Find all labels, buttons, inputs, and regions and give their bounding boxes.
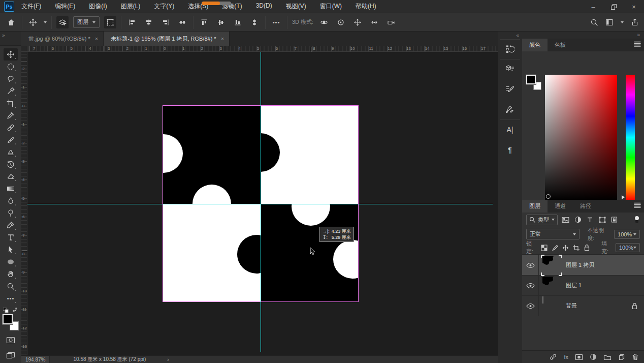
new-layer-icon[interactable] [618,353,625,360]
toolbar-collapse[interactable]: » [0,32,21,46]
link-layers-icon[interactable] [549,353,557,360]
hue-slider[interactable] [626,75,635,200]
menu-item[interactable]: 3D(D) [256,2,272,11]
tab-paths[interactable]: 路径 [573,200,598,213]
visibility-eye-icon[interactable] [522,255,539,275]
align-left-icon[interactable] [126,16,138,28]
workspace-chevron[interactable] [621,21,624,23]
properties-panel-icon[interactable] [503,63,517,76]
canvas-viewport[interactable]: 765432101234567891011121314151617 210123… [21,46,498,355]
character-panel-icon[interactable]: A| [503,123,517,136]
layer-name[interactable]: 背景 [566,302,631,310]
lock-all-icon[interactable] [584,244,591,251]
menu-item[interactable]: 编辑(E) [55,2,75,11]
screen-mode-button[interactable] [4,350,18,361]
more-align-options-icon[interactable]: ••• [270,16,282,28]
lock-transparent-pixels-icon[interactable] [540,245,548,251]
fill-dropdown[interactable]: 100% [616,243,640,252]
workspace-switcher-icon[interactable] [605,18,614,26]
paragraph-panel-icon[interactable]: ¶ [503,143,517,157]
restore-button[interactable] [603,0,624,13]
swap-colors-icon[interactable] [12,308,18,313]
brush-tool[interactable] [4,134,18,146]
layer-thumbnail[interactable] [542,296,543,304]
share-icon[interactable] [631,18,639,26]
hand-tool[interactable] [4,268,18,280]
edit-toolbar-button[interactable]: ••• [4,292,18,305]
panel-menu-icon[interactable] [634,202,641,208]
3d-slide-camera-icon[interactable] [368,16,380,28]
distribute-horizontal-icon[interactable] [176,16,188,28]
show-transform-controls-icon[interactable] [104,16,116,28]
zoom-level-field[interactable]: 194.87% [21,356,50,363]
gradient-tool[interactable] [4,183,18,195]
search-icon[interactable] [590,18,598,26]
tab-channels[interactable]: 通道 [548,200,573,213]
opacity-dropdown[interactable]: 100% [614,230,640,239]
document-tab-1[interactable]: 前.jpg @ 60%(RGB/8#) *× [21,32,104,46]
lock-artboard-icon[interactable] [573,245,580,251]
layer-name[interactable]: 图层 1 [566,282,644,289]
move-tool-icon[interactable] [27,16,39,28]
brushes-panel-icon[interactable] [503,103,517,116]
align-right-icon[interactable] [159,16,172,28]
brush-settings-panel-icon[interactable] [503,83,517,96]
blend-mode-dropdown[interactable]: 正常 [526,229,579,239]
adjustment-filter-icon[interactable] [573,216,582,223]
tab-close-icon[interactable]: × [95,36,98,42]
delete-layer-icon[interactable] [632,353,639,360]
document-info[interactable]: 10.58 厘米 x 10.58 厘米 (72 ppi) [73,356,146,363]
3d-pan-camera-icon[interactable] [351,16,364,28]
close-button[interactable]: × [624,0,644,13]
eyedropper-tool[interactable] [4,109,18,122]
minimize-button[interactable]: – [583,0,603,13]
visibility-eye-icon[interactable] [522,276,539,295]
distribute-vertical-icon[interactable] [248,16,261,28]
panel-foreground-swatch[interactable] [526,75,536,84]
ruler-origin-corner[interactable] [21,46,27,52]
type-tool[interactable] [4,231,18,244]
lock-position-icon[interactable] [562,245,569,251]
menu-item[interactable]: 文字(Y) [154,2,174,11]
auto-select-icon[interactable] [56,16,69,28]
vertical-ruler[interactable]: 21012345678910111213 [21,52,27,355]
tab-swatches[interactable]: 色板 [548,39,573,51]
menu-item[interactable]: 视图(V) [286,2,306,11]
type-filter-icon[interactable] [586,217,594,223]
add-layer-mask-icon[interactable] [575,354,583,360]
panels-collapse[interactable]: » [637,32,640,38]
lock-image-pixels-icon[interactable] [551,245,558,251]
lasso-tool[interactable] [4,73,18,85]
align-middle-vertical-icon[interactable] [215,16,227,28]
dock-expand[interactable]: « [498,32,522,39]
path-selection-tool[interactable] [4,244,18,256]
spot-healing-brush-tool[interactable] [4,122,18,134]
default-colors-icon[interactable] [3,308,9,313]
tab-layers[interactable]: 图层 [522,200,548,213]
3d-roll-camera-icon[interactable] [335,16,347,28]
home-icon[interactable] [5,16,17,28]
document-tab-2-active[interactable]: 未标题-1 @ 195% (图层 1 拷贝, RGB/8#) *× [104,32,230,46]
dodge-tool[interactable] [4,207,18,219]
horizontal-ruler[interactable]: 765432101234567891011121314151617 [27,46,498,52]
saturation-brightness-picker[interactable] [545,75,617,200]
tool-preset-chevron[interactable] [44,21,47,23]
align-top-icon[interactable] [198,16,210,28]
pixel-filter-icon[interactable] [561,217,570,223]
vertical-guide[interactable] [261,52,261,352]
history-brush-tool[interactable] [4,158,18,170]
smart-object-filter-icon[interactable] [610,216,619,223]
adjustment-layer-icon[interactable] [590,353,597,360]
quick-selection-tool[interactable] [4,85,18,97]
hue-slider-marker[interactable] [622,195,625,199]
menu-item[interactable]: 窗口(W) [320,2,342,11]
tab-close-icon[interactable]: × [221,36,224,42]
layer-row[interactable]: 图层 1 [522,276,644,296]
color-picker-dot[interactable] [546,194,551,199]
horizontal-guide[interactable] [27,204,493,204]
crop-tool[interactable] [4,97,18,109]
layer-filter-type-dropdown[interactable]: 类型 [526,215,558,225]
visibility-eye-icon[interactable] [522,296,539,316]
foreground-color-swatch[interactable] [3,314,13,324]
pen-tool[interactable] [4,219,18,231]
